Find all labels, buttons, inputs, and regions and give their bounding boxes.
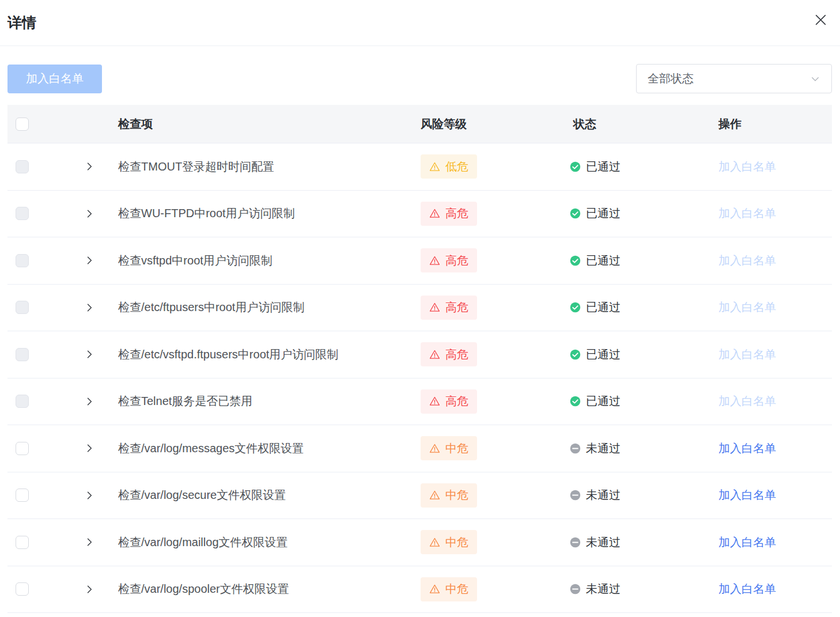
expand-arrow-icon[interactable]	[82, 253, 97, 268]
cell-operation: 加入白名单	[718, 253, 832, 268]
cell-expand	[77, 394, 118, 409]
status-label: 已通过	[586, 253, 620, 268]
status-badge: 未通过	[569, 581, 620, 597]
warning-triangle-icon	[429, 255, 440, 266]
cell-operation: 加入白名单	[718, 581, 832, 597]
cell-status: 未通过	[569, 441, 718, 456]
header-cell-operation: 操作	[718, 116, 832, 132]
risk-badge: 中危	[421, 577, 477, 601]
row-whitelist-link[interactable]: 加入白名单	[718, 300, 776, 315]
cell-operation: 加入白名单	[718, 393, 832, 409]
row-checkbox[interactable]	[16, 582, 29, 596]
check-circle-icon	[569, 207, 581, 219]
row-whitelist-link[interactable]: 加入白名单	[718, 393, 776, 409]
add-whitelist-button[interactable]: 加入白名单	[7, 65, 102, 93]
column-header-status: 状态	[569, 116, 596, 132]
cell-status: 未通过	[569, 487, 718, 503]
close-x-glyph	[813, 12, 828, 28]
check-item-label: 检查Telnet服务是否已禁用	[118, 393, 252, 409]
cell-operation: 加入白名单	[718, 347, 832, 362]
cell-select	[7, 348, 77, 361]
expand-arrow-icon[interactable]	[82, 441, 97, 456]
row-whitelist-link[interactable]: 加入白名单	[718, 253, 776, 268]
page-title: 详情	[7, 13, 36, 32]
status-badge: 已通过	[569, 253, 620, 268]
cell-expand	[77, 488, 118, 503]
minus-circle-icon	[569, 583, 581, 595]
table-row: 检查WU-FTPD中root用户访问限制 高危	[7, 191, 832, 238]
cell-status: 未通过	[569, 581, 718, 597]
cell-expand	[77, 347, 118, 362]
row-whitelist-link[interactable]: 加入白名单	[718, 159, 776, 175]
header-cell-check-item: 检查项	[118, 116, 421, 132]
cell-risk-level: 中危	[421, 436, 569, 460]
table-row: 检查TMOUT登录超时时间配置 低危	[7, 143, 832, 191]
close-icon[interactable]	[812, 11, 829, 28]
risk-badge-label: 高危	[445, 300, 468, 315]
row-checkbox[interactable]	[16, 254, 29, 267]
row-whitelist-link[interactable]: 加入白名单	[718, 535, 776, 550]
status-badge: 已通过	[569, 206, 620, 221]
select-all-checkbox[interactable]	[16, 118, 29, 131]
expand-arrow-icon[interactable]	[82, 535, 97, 550]
status-label: 未通过	[586, 441, 620, 456]
expand-arrow-icon[interactable]	[82, 300, 97, 315]
expand-arrow-icon[interactable]	[82, 582, 97, 597]
row-whitelist-link[interactable]: 加入白名单	[718, 441, 776, 456]
cell-risk-level: 中危	[421, 577, 569, 601]
expand-arrow-icon[interactable]	[82, 488, 97, 503]
row-checkbox[interactable]	[16, 489, 29, 502]
cell-status: 已通过	[569, 159, 718, 175]
expand-arrow-icon[interactable]	[82, 159, 97, 174]
check-circle-icon	[569, 255, 581, 267]
check-item-label: 检查vsftpd中root用户访问限制	[118, 253, 273, 268]
expand-arrow-icon[interactable]	[82, 206, 97, 221]
row-whitelist-link[interactable]: 加入白名单	[718, 347, 776, 362]
cell-check-item: 检查Telnet服务是否已禁用	[118, 393, 421, 409]
check-item-label: 检查/etc/vsftpd.ftpusers中root用户访问限制	[118, 347, 338, 362]
check-item-label: 检查/etc/ftpusers中root用户访问限制	[118, 300, 304, 315]
table-header-row: 检查项 风险等级 状态 操作	[7, 105, 832, 143]
row-whitelist-link[interactable]: 加入白名单	[718, 487, 776, 503]
status-badge: 已通过	[569, 393, 620, 409]
row-checkbox[interactable]	[16, 536, 29, 549]
row-checkbox[interactable]	[16, 395, 29, 408]
cell-status: 已通过	[569, 300, 718, 315]
header-cell-risk: 风险等级	[421, 116, 569, 132]
row-checkbox[interactable]	[16, 207, 29, 220]
risk-badge-label: 中危	[445, 441, 468, 456]
warning-triangle-icon	[429, 396, 440, 407]
table-row: 检查/var/log/maillog文件权限设置 中危	[7, 519, 832, 566]
expand-arrow-icon[interactable]	[82, 394, 97, 409]
risk-badge: 中危	[421, 483, 477, 508]
risk-badge: 低危	[421, 154, 477, 179]
cell-check-item: 检查/var/log/secure文件权限设置	[118, 487, 421, 503]
table-row: 检查Telnet服务是否已禁用 高危	[7, 378, 832, 426]
row-checkbox[interactable]	[16, 348, 29, 361]
column-header-risk-level: 风险等级	[421, 116, 467, 132]
row-whitelist-link[interactable]: 加入白名单	[718, 206, 776, 221]
check-item-label: 检查/var/log/messages文件权限设置	[118, 441, 304, 456]
risk-badge: 高危	[421, 296, 477, 320]
status-filter-value: 全部状态	[648, 71, 694, 86]
cell-risk-level: 高危	[421, 296, 569, 320]
check-circle-icon	[569, 301, 581, 313]
risk-badge: 高危	[421, 342, 477, 366]
warning-triangle-icon	[429, 161, 440, 172]
expand-arrow-icon[interactable]	[82, 347, 97, 362]
status-label: 已通过	[586, 393, 620, 409]
check-circle-icon	[569, 161, 581, 173]
cell-select	[7, 536, 77, 549]
status-label: 已通过	[586, 347, 620, 362]
cell-status: 未通过	[569, 535, 718, 550]
row-checkbox[interactable]	[16, 160, 29, 173]
cell-check-item: 检查/etc/vsftpd.ftpusers中root用户访问限制	[118, 347, 421, 362]
cell-operation: 加入白名单	[718, 487, 832, 503]
cell-check-item: 检查vsftpd中root用户访问限制	[118, 253, 421, 268]
cell-expand	[77, 300, 118, 315]
status-filter-select[interactable]: 全部状态	[636, 64, 832, 93]
row-checkbox[interactable]	[16, 442, 29, 455]
column-header-check-item: 检查项	[118, 116, 153, 132]
row-checkbox[interactable]	[16, 301, 29, 314]
row-whitelist-link[interactable]: 加入白名单	[718, 581, 776, 597]
